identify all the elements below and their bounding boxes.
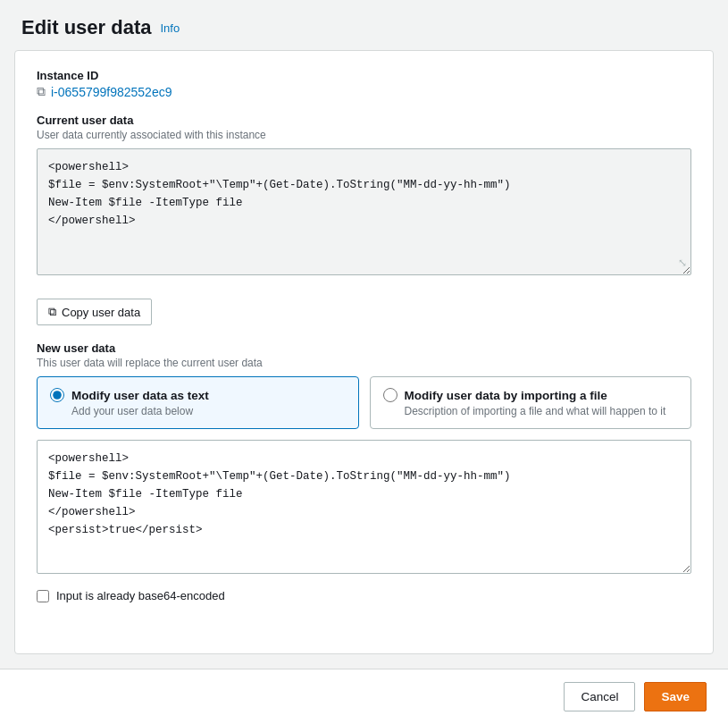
- current-data-label: Current user data: [37, 114, 691, 127]
- radio-file-input[interactable]: [383, 388, 397, 402]
- radio-card-text[interactable]: Modify user data as text Add your user d…: [37, 376, 359, 429]
- instance-id-label: Instance ID: [37, 69, 691, 82]
- copy-user-data-button[interactable]: ⧉ Copy user data: [37, 299, 152, 325]
- current-data-sublabel: User data currently associated with this…: [37, 129, 691, 141]
- base64-checkbox[interactable]: [37, 590, 49, 602]
- new-user-data-section: New user data This user data will replac…: [37, 341, 691, 602]
- current-data-code: <powershell> $file = $env:SystemRoot+"\T…: [37, 148, 691, 275]
- new-data-textarea-wrapper: <powershell> $file = $env:SystemRoot+"\T…: [37, 440, 691, 577]
- radio-text-sublabel: Add your user data below: [71, 405, 346, 417]
- radio-options-row: Modify user data as text Add your user d…: [37, 376, 691, 429]
- base64-checkbox-label[interactable]: Input is already base64-encoded: [56, 589, 225, 602]
- radio-card-file[interactable]: Modify user data by importing a file Des…: [370, 376, 692, 429]
- base64-checkbox-row: Input is already base64-encoded: [37, 589, 691, 602]
- copy-button-label: Copy user data: [62, 306, 140, 319]
- new-data-sublabel: This user data will replace the current …: [37, 357, 691, 369]
- current-user-data-section: Current user data User data currently as…: [37, 114, 691, 275]
- resize-handle: ⤡: [678, 256, 687, 273]
- current-data-wrapper: <powershell> $file = $env:SystemRoot+"\T…: [37, 148, 691, 275]
- footer: Cancel Save: [0, 669, 728, 724]
- new-data-label: New user data: [37, 341, 691, 355]
- save-button[interactable]: Save: [644, 682, 707, 711]
- radio-text-input[interactable]: [50, 388, 64, 402]
- info-link[interactable]: Info: [160, 21, 180, 35]
- new-data-textarea[interactable]: <powershell> $file = $env:SystemRoot+"\T…: [37, 440, 691, 574]
- cancel-button[interactable]: Cancel: [564, 682, 635, 711]
- instance-id-link[interactable]: i-0655799f982552ec9: [51, 85, 172, 99]
- radio-file-sublabel: Description of importing a file and what…: [405, 405, 679, 417]
- main-panel: Instance ID ⧉ i-0655799f982552ec9 Curren…: [14, 50, 714, 654]
- copy-button-icon: ⧉: [48, 305, 56, 319]
- radio-text-label: Modify user data as text: [71, 389, 209, 402]
- instance-id-row: ⧉ i-0655799f982552ec9: [37, 84, 691, 99]
- copy-id-icon: ⧉: [37, 84, 46, 99]
- page-title: Edit user data: [21, 16, 151, 39]
- radio-file-label: Modify user data by importing a file: [405, 389, 607, 402]
